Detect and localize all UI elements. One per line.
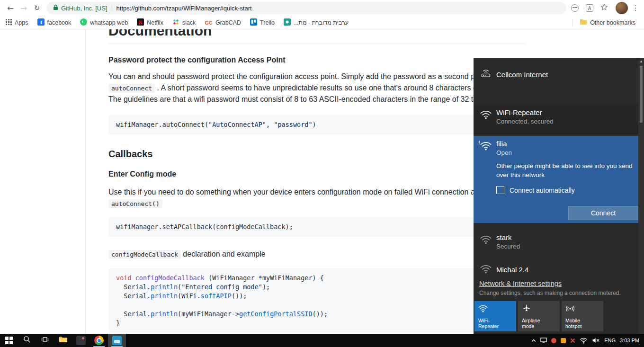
wifi-icon <box>480 110 492 121</box>
search-button[interactable] <box>18 334 36 347</box>
toolbar-actions: A <box>571 3 608 13</box>
bookmark-facebook[interactable]: f facebook <box>37 18 72 27</box>
forward-button[interactable] <box>17 1 30 15</box>
omnibox-divider <box>112 5 112 11</box>
inline-code-autoconnect: autoConnect <box>108 84 155 93</box>
paragraph-text: The guidelines are that a wifi password … <box>108 95 477 103</box>
tile-mobile-hotspot[interactable]: Mobile hotspot <box>562 301 603 331</box>
hotspot-icon <box>565 304 575 313</box>
network-item-stark[interactable]: stark Secured <box>474 230 638 260</box>
browser-menu-icon[interactable] <box>631 4 640 12</box>
airplane-icon <box>522 304 531 313</box>
code-block-setapcallback: wifiManager.setAPCallback(configModeCall… <box>108 217 526 237</box>
network-settings-link[interactable]: Network & Internet settings <box>479 280 562 287</box>
inline-code-autoconnect-call: autoConnect() <box>108 199 162 208</box>
file-explorer-button[interactable] <box>54 334 72 347</box>
page-left-divider <box>85 29 86 334</box>
bookmark-star-icon[interactable] <box>600 3 608 13</box>
language-indicator[interactable]: ENG <box>604 338 616 343</box>
wifi-icon <box>480 265 492 275</box>
network-item-filia[interactable]: ! filia Open Other people might be able … <box>474 136 638 223</box>
paragraph-config-mode: Use this if you need to do something whe… <box>108 187 526 209</box>
warning-badge: ! <box>478 140 480 145</box>
scrollbar-thumb[interactable] <box>640 66 643 123</box>
connect-button[interactable]: Connect <box>568 206 638 220</box>
declaration-line: configModeCallback declaration and examp… <box>108 249 526 260</box>
apps-grid-icon <box>6 19 12 27</box>
paragraph-text: You can and should password protect the … <box>108 72 479 80</box>
security-label[interactable]: GitHub, Inc. [US] <box>61 5 107 12</box>
broadband-router-icon <box>480 69 492 79</box>
tile-airplane-mode[interactable]: Airplane mode <box>518 301 560 331</box>
connect-automatically-label: Connect automatically <box>510 187 575 194</box>
password-protect-heading: Password protect the configuration Acces… <box>108 55 526 65</box>
apps-shortcut[interactable]: Apps <box>6 19 28 27</box>
bookmark-whatsapp-web[interactable]: whatsapp web <box>80 18 128 27</box>
wifi-icon <box>478 304 488 313</box>
task-view-button[interactable] <box>36 334 54 347</box>
app-tray-icon[interactable] <box>561 338 566 343</box>
url-text[interactable]: https://github.com/tzapu/WiFiManager#qui… <box>116 5 252 12</box>
documentation-heading: Documentation <box>108 29 526 44</box>
bookmarks-divider <box>572 19 573 27</box>
windows-logo-icon <box>5 337 13 344</box>
open-network-warning: Other people might be able to see info y… <box>496 161 635 179</box>
error-tray-icon[interactable] <box>570 338 575 343</box>
taskbar: ENG 3:03 PM <box>0 334 644 347</box>
refresh-button[interactable] <box>30 1 44 15</box>
volume-muted-icon[interactable] <box>592 338 600 343</box>
enter-config-mode-heading: Enter Config mode <box>108 169 526 179</box>
panel-scrollbar[interactable] <box>638 58 644 334</box>
pinned-app-button[interactable] <box>72 334 90 347</box>
network-item-wifi-repeater[interactable]: WiFi-Repeater Connected, secured <box>474 105 638 135</box>
bookmark-netflix[interactable]: N Netflix <box>137 18 163 27</box>
profile-avatar[interactable] <box>616 2 628 14</box>
inline-code-configmodecallback: configModeCallback <box>108 250 181 259</box>
bookmark-grabcad[interactable]: GC GrabCAD <box>205 19 241 26</box>
bookmark-hebrew-site[interactable]: ערבית מדוברת - מת... <box>284 18 349 27</box>
grabcad-icon: GC <box>205 20 213 26</box>
search-icon <box>23 336 31 345</box>
connect-automatically-checkbox[interactable] <box>496 186 504 194</box>
wifi-warning-icon: ! <box>480 142 492 152</box>
browser-toolbar: GitHub, Inc. [US] https://github.com/tza… <box>0 0 644 16</box>
quick-action-tiles: WiFi-Repeater Airplane mode Mobile hotsp… <box>474 301 603 331</box>
bookmarks-bar: Apps f facebook whatsapp web N Netflix s… <box>0 16 644 29</box>
app-icon-teal <box>112 336 122 345</box>
folder-icon <box>580 19 587 27</box>
extension-icon[interactable] <box>571 4 579 12</box>
security-tray-icon[interactable] <box>551 338 556 343</box>
site-favicon <box>284 18 291 27</box>
wifi-icon <box>480 235 492 246</box>
bookmark-slack[interactable]: slack <box>172 18 196 27</box>
wifi-networks-flyout: Cellcom Internet WiFi-Repeater Connected… <box>474 58 644 334</box>
paragraph-password: You can and should password protect the … <box>108 71 526 105</box>
chrome-taskbar-button[interactable] <box>90 334 108 347</box>
bookmark-trello[interactable]: Trello <box>250 18 275 27</box>
whatsapp-icon <box>80 18 87 27</box>
svg-text:f: f <box>40 19 42 25</box>
start-button[interactable] <box>0 334 18 347</box>
code-block-callback-example: void configModeCallback (WiFiManager *my… <box>108 268 526 333</box>
system-tray: ENG 3:03 PM <box>531 338 644 344</box>
chrome-icon <box>94 336 104 345</box>
trello-icon <box>250 18 257 27</box>
network-item-cellcom[interactable]: Cellcom Internet <box>474 65 638 105</box>
display-tray-icon[interactable] <box>540 338 547 343</box>
paragraph-text: . A short password seems to have unpredi… <box>155 84 480 92</box>
back-button[interactable] <box>4 1 17 15</box>
clock[interactable]: 3:03 PM <box>620 338 639 343</box>
readme-content: Documentation Password protect the confi… <box>108 29 526 333</box>
wifi-tray-icon[interactable] <box>580 338 588 344</box>
app-icon-dark <box>76 336 86 345</box>
other-bookmarks[interactable]: Other bookmarks <box>580 19 635 27</box>
address-bar[interactable]: GitHub, Inc. [US] https://github.com/tza… <box>46 2 566 14</box>
scroll-up-icon[interactable] <box>638 59 644 62</box>
task-view-icon <box>41 336 49 345</box>
tile-wifi[interactable]: WiFi-Repeater <box>474 301 516 331</box>
facebook-icon: f <box>37 18 45 27</box>
lock-icon <box>53 4 58 12</box>
active-app-button[interactable] <box>108 334 126 347</box>
translate-icon[interactable]: A <box>586 4 593 12</box>
hidden-icons-chevron[interactable] <box>531 339 536 342</box>
